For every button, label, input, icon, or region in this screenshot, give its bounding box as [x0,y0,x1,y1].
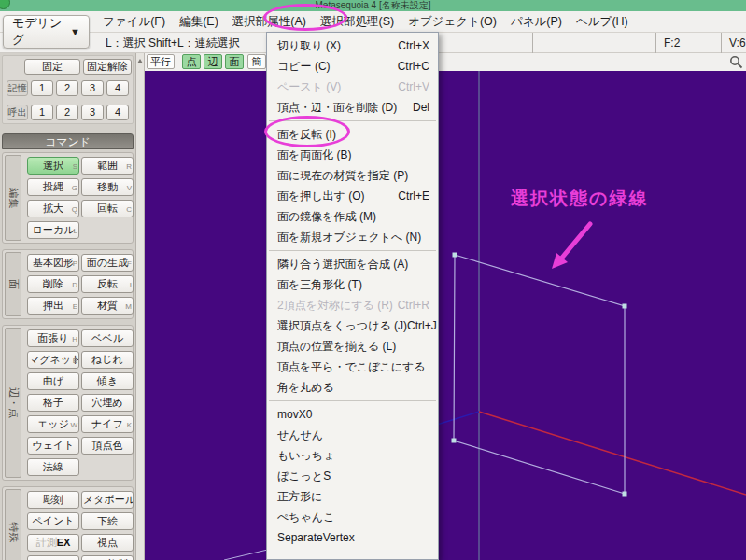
vertex-handle[interactable] [452,439,457,443]
group-tab[interactable]: 面 [5,252,21,316]
command-button[interactable]: マグネットB [27,351,79,369]
slot-button[interactable]: 4 [106,80,129,96]
command-button[interactable]: 彫刻 [27,491,79,509]
command-button[interactable]: 拡大Q [27,200,79,217]
menu-item[interactable]: movX0 [267,404,438,425]
menu-item[interactable]: 面を両面化 (B) [267,145,438,165]
menu-item[interactable]: 面を三角形化 (T) [267,274,438,295]
command-button[interactable]: ローカルL [27,221,79,239]
menu-item[interactable]: コピー (C)Ctrl+C [267,56,438,77]
vertex-count: V:6 [721,33,746,53]
menu-item[interactable]: 頂点を平ら・でこぼこにする [267,357,438,377]
slot-button[interactable]: 2 [56,80,78,96]
group-tab[interactable]: 特殊 [5,489,21,560]
command-button[interactable]: 反転I [81,275,134,293]
command-button[interactable]: ナイフK [81,415,134,433]
command-button[interactable]: 投縄G [27,178,79,196]
menu-item[interactable]: 選択頂点をくっつける (J)Ctrl+J [267,315,438,336]
menu-item[interactable]: 面の鏡像を作成 (M) [267,206,438,227]
command-button[interactable]: 削除D [27,275,79,293]
vertex-handle[interactable] [453,253,457,258]
command-button[interactable]: ウェイト [27,437,79,455]
menu-item[interactable]: 角を丸める [267,377,438,398]
zoom-search-icon[interactable] [729,55,743,69]
command-button[interactable]: 下絵 [81,512,134,530]
slot-button[interactable]: 2 [56,105,78,120]
command-button[interactable]: 法線 [27,458,79,476]
command-button[interactable]: パス複製 [81,555,134,560]
menu-item-label: 切り取り (X) [277,38,341,54]
menu-item[interactable]: 正方形に [267,486,438,507]
menu-item[interactable]: 面を押し出す (O)Ctrl+E [267,186,438,206]
simple-display-button[interactable]: 簡 [247,54,266,69]
menu-item[interactable]: 頂点・辺・面を削除 (D)Del [267,97,438,118]
splitter-collapse-icon[interactable] [137,59,143,63]
mode-button-2[interactable]: 面 [225,54,244,69]
menubar-item[interactable]: ヘルプ(H) [576,14,628,30]
viewport-3d[interactable]: 選択状態の緑線 [145,71,746,560]
command-button[interactable]: ペイント [27,512,79,530]
command-button[interactable]: 選択S [27,157,79,175]
command-button-label: 反転 [97,278,118,289]
command-button[interactable]: 回転C [81,200,134,217]
menu-item[interactable]: 面を新規オブジェクトへ (N) [267,227,438,247]
group-tab[interactable]: 辺・点 [5,328,21,478]
command-button-label: 選択 [43,160,63,171]
shortcut-key-label: E [73,299,77,315]
command-button[interactable]: 頂点色 [81,437,134,455]
menu-item[interactable]: 隣り合う選択面を合成 (A) [267,254,438,274]
command-button[interactable]: 基本図形P [27,254,79,272]
menu-item[interactable]: SeparateVertex [267,527,438,548]
command-button[interactable]: エッジW [27,415,79,433]
panel-splitter[interactable] [136,53,145,560]
menu-item-label: movX0 [277,408,312,421]
menu-item[interactable]: ぼこっとS [267,466,438,486]
menu-item[interactable]: 頂点の位置を揃える (L) [267,336,438,357]
command-button[interactable]: 押出E [27,297,79,315]
menubar-item[interactable]: パネル(P) [511,14,562,30]
command-button[interactable]: 範囲R [81,157,134,175]
slot-button[interactable]: 1 [31,105,53,120]
parallel-projection-button[interactable]: 平行 [147,54,175,69]
slot-button[interactable]: 1 [31,80,53,96]
mode-button-1[interactable]: 辺 [204,54,222,69]
unfix-button[interactable]: 固定解除 [83,59,132,75]
command-button[interactable]: 材質M [81,297,134,315]
menu-item[interactable]: 面に現在の材質を指定 (P) [267,165,438,186]
command-button[interactable]: ねじれ [81,351,134,369]
command-button-label: 面張り [37,332,68,343]
command-button[interactable]: 面の生成F [81,254,134,272]
command-button[interactable]: 計測EX [27,534,79,552]
slot-button[interactable]: 3 [81,105,104,120]
command-button[interactable]: アーマチャー [27,555,79,560]
menu-item-label: 角を丸める [277,380,334,396]
vertex-handle[interactable] [623,492,627,497]
command-button[interactable]: 格子 [27,394,79,412]
command-button[interactable]: 穴埋め [81,394,134,412]
command-button[interactable]: 曲げ [27,372,79,390]
menu-item[interactable]: せんせん [267,425,438,445]
menu-item[interactable]: ぺちゃんこ [267,507,438,527]
command-button[interactable]: 面張りH [27,329,79,347]
menubar-item[interactable]: オブジェクト(O) [408,14,497,30]
command-button[interactable]: 視点 [81,534,134,552]
command-button[interactable]: 移動V [81,178,134,196]
command-button[interactable]: ベベル [81,329,134,347]
mode-button-0[interactable]: 点 [182,54,201,69]
group-tab[interactable]: 編集 [5,155,21,241]
command-button[interactable]: 傾き [81,372,134,390]
recall-label-button[interactable]: 呼出 [7,105,28,120]
fix-button[interactable]: 固定 [24,59,80,75]
menu-item[interactable]: もいっちょ [267,445,438,466]
memory-label-button[interactable]: 記憶 [7,80,28,96]
menubar-item[interactable]: ファイル(F) [103,14,165,30]
slot-button[interactable]: 4 [106,105,129,120]
command-button-label: 法線 [43,461,63,472]
command-button-label: 削除 [43,278,63,289]
mode-selector-button[interactable]: モデリング ▼ [3,15,90,49]
menubar-item[interactable]: 編集(E) [179,14,218,30]
command-button[interactable]: メタボール [81,491,134,509]
vertex-handle[interactable] [623,304,627,309]
slot-button[interactable]: 3 [81,80,104,96]
menu-item[interactable]: 切り取り (X)Ctrl+X [267,35,438,56]
